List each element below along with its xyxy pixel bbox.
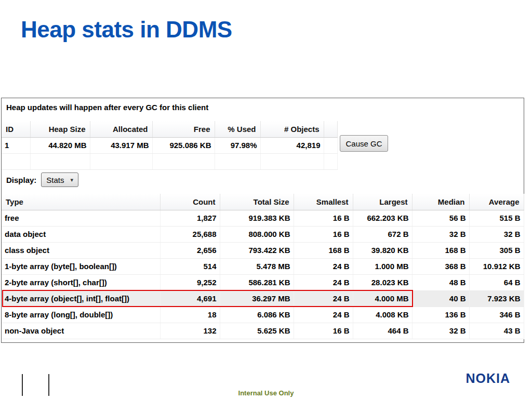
table-cell: 5.625 KB	[220, 323, 294, 339]
table-cell: 4,691	[160, 290, 220, 307]
table-cell: 662.203 KB	[353, 210, 412, 226]
table-row[interactable]: 8-byte array (long[], double[])186.086 K…	[2, 307, 524, 323]
table-row[interactable]: 2-byte array (short[], char[])9,252586.2…	[2, 274, 524, 290]
table-cell: 919.383 KB	[220, 210, 294, 226]
table-cell: 368 B	[412, 258, 469, 274]
column-header[interactable]: Total Size	[220, 194, 294, 210]
table-cell: 132	[160, 323, 220, 339]
table-cell: 793.422 KB	[220, 242, 294, 258]
table-cell: 1,827	[160, 210, 220, 226]
table-cell: 672 B	[353, 226, 412, 242]
table-cell: 24 B	[294, 258, 353, 274]
table-cell: 8-byte array (long[], double[])	[2, 307, 160, 323]
table-cell: 24 B	[294, 290, 353, 307]
table-cell: 32 B	[412, 226, 469, 242]
table-cell: 42,819	[260, 137, 324, 153]
table-row[interactable]: free1,827919.383 KB16 B662.203 KB56 B515…	[2, 210, 524, 226]
table-cell: 16 B	[294, 226, 353, 242]
table-cell: 6.086 KB	[220, 307, 294, 323]
column-header[interactable]: Allocated	[90, 121, 152, 137]
table-cell	[324, 153, 337, 169]
table-cell	[260, 153, 324, 169]
table-cell: 136 B	[412, 307, 469, 323]
table-cell: 7.923 KB	[469, 290, 524, 307]
table-cell: 2-byte array (short[], char[])	[2, 274, 160, 290]
table-cell: 4-byte array (object[], int[], float[])	[2, 290, 160, 307]
table-row[interactable]	[2, 153, 337, 169]
table-cell: 514	[160, 258, 220, 274]
classification-label: Internal Use Only	[0, 389, 532, 397]
table-cell	[90, 153, 152, 169]
table-cell	[30, 153, 90, 169]
display-label: Display:	[6, 176, 36, 184]
table-cell: 1.000 MB	[353, 258, 412, 274]
table-cell: 346 B	[469, 307, 524, 323]
column-header[interactable]: Heap Size	[30, 121, 90, 137]
table-row[interactable]: non-Java object1325.625 KB16 B464 B32 B4…	[2, 323, 524, 339]
display-mode-value: Stats	[46, 176, 64, 184]
column-header[interactable]	[324, 121, 337, 137]
table-cell: data object	[2, 226, 160, 242]
table-cell: 25,688	[160, 226, 220, 242]
table-cell: 305 B	[469, 242, 524, 258]
table-cell: 1-byte array (byte[], boolean[])	[2, 258, 160, 274]
table-cell: 4.000 MB	[353, 290, 412, 307]
table-cell: 5.478 MB	[220, 258, 294, 274]
table-cell: 10.912 KB	[469, 258, 524, 274]
table-cell: 16 B	[294, 323, 353, 339]
display-mode-dropdown[interactable]: Stats ▾	[41, 172, 78, 187]
table-cell: 24 B	[294, 274, 353, 290]
table-cell: 48 B	[412, 274, 469, 290]
table-cell: 97.98%	[215, 137, 260, 153]
column-header[interactable]: Median	[412, 194, 469, 210]
table-cell: 16 B	[294, 210, 353, 226]
table-cell	[2, 153, 30, 169]
heap-update-note: Heap updates will happen after every GC …	[6, 103, 208, 112]
stats-header-row: TypeCountTotal SizeSmallestLargestMedian…	[2, 194, 524, 210]
column-header[interactable]: ID	[2, 121, 30, 137]
table-cell: 40 B	[412, 290, 469, 307]
heap-stats-table: TypeCountTotal SizeSmallestLargestMedian…	[2, 194, 524, 339]
table-cell: 56 B	[412, 210, 469, 226]
presentation-slide: Heap stats in DDMS Heap updates will hap…	[0, 0, 532, 399]
table-cell: 43 B	[469, 323, 524, 339]
column-header[interactable]: Type	[2, 194, 160, 210]
heap-summary-header-row: IDHeap SizeAllocatedFree% Used# Objects	[2, 121, 337, 137]
column-header[interactable]: # Objects	[260, 121, 324, 137]
table-cell: class object	[2, 242, 160, 258]
table-cell: 808.000 KB	[220, 226, 294, 242]
table-cell: non-Java object	[2, 323, 160, 339]
table-cell: 43.917 MB	[90, 137, 152, 153]
column-header[interactable]: Average	[469, 194, 524, 210]
column-header[interactable]: Count	[160, 194, 220, 210]
chevron-down-icon: ▾	[71, 177, 74, 183]
table-cell: 4.008 KB	[353, 307, 412, 323]
slide-title: Heap stats in DDMS	[21, 17, 232, 43]
table-cell	[152, 153, 215, 169]
table-cell: 464 B	[353, 323, 412, 339]
table-row[interactable]: 4-byte array (object[], int[], float[])4…	[2, 290, 524, 307]
table-cell: 168 B	[294, 242, 353, 258]
table-cell	[324, 137, 337, 153]
table-cell: 28.023 KB	[353, 274, 412, 290]
column-header[interactable]: Smallest	[294, 194, 353, 210]
table-cell	[215, 153, 260, 169]
table-cell: 2,656	[160, 242, 220, 258]
table-cell: 9,252	[160, 274, 220, 290]
column-header[interactable]: % Used	[215, 121, 260, 137]
cause-gc-button[interactable]: Cause GC	[340, 135, 388, 152]
column-header[interactable]: Free	[152, 121, 215, 137]
ddms-heap-panel: Heap updates will happen after every GC …	[1, 98, 524, 343]
stats-table-container: TypeCountTotal SizeSmallestLargestMedian…	[2, 194, 524, 339]
table-cell: 1	[2, 137, 30, 153]
table-cell: 44.820 MB	[30, 137, 90, 153]
table-row[interactable]: data object25,688808.000 KB16 B672 B32 B…	[2, 226, 524, 242]
column-header[interactable]: Largest	[353, 194, 412, 210]
table-row[interactable]: 1-byte array (byte[], boolean[])5145.478…	[2, 258, 524, 274]
table-cell: 18	[160, 307, 220, 323]
table-cell: free	[2, 210, 160, 226]
table-row[interactable]: class object2,656793.422 KB168 B39.820 K…	[2, 242, 524, 258]
table-row[interactable]: 144.820 MB43.917 MB925.086 KB97.98%42,81…	[2, 137, 337, 153]
table-cell: 36.297 MB	[220, 290, 294, 307]
table-cell: 515 B	[469, 210, 524, 226]
